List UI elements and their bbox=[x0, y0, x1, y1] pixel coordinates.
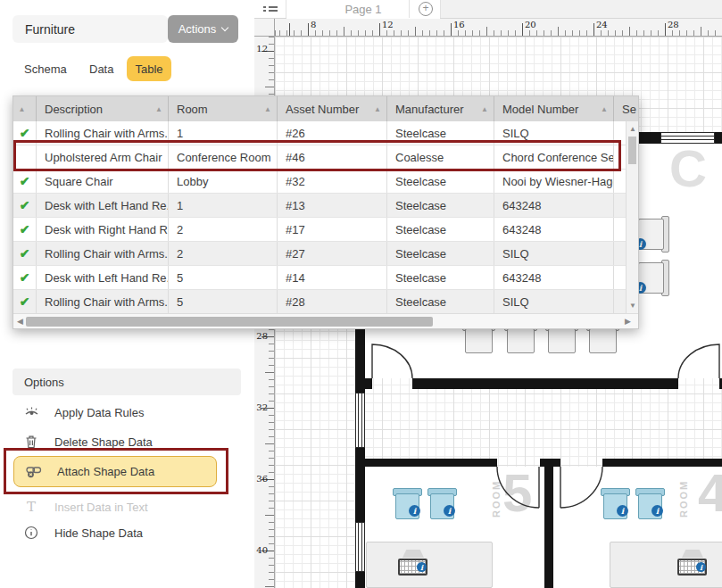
cell-model: 643248 bbox=[494, 194, 614, 217]
cell-manufacturer: Steelcase bbox=[387, 218, 494, 241]
cell-manufacturer: Steelcase bbox=[387, 170, 494, 193]
horizontal-scrollbar-thumb[interactable] bbox=[26, 317, 433, 327]
sort-asc-icon: ▲ bbox=[601, 105, 608, 113]
cell-description: Desk with Right Hand R... bbox=[37, 218, 169, 241]
wall-left-b[interactable] bbox=[355, 448, 365, 522]
ruler-label: 12 bbox=[256, 44, 268, 54]
table-row[interactable]: ✔ Desk with Right Hand R... 2 #17 Steelc… bbox=[13, 218, 627, 242]
check-icon: ✔ bbox=[20, 198, 30, 212]
annotation-box-attach bbox=[4, 448, 228, 494]
cell-description: Desk with Left Hand Re... bbox=[37, 266, 169, 289]
info-badge-icon[interactable]: i bbox=[696, 562, 706, 572]
header-check-column[interactable]: ▲ bbox=[13, 96, 37, 121]
wall-left-c[interactable] bbox=[355, 572, 365, 588]
scroll-right-icon[interactable]: ▶ bbox=[625, 317, 631, 326]
info-badge-icon[interactable]: i bbox=[617, 505, 628, 517]
info-badge-icon[interactable]: i bbox=[417, 562, 427, 572]
tab-data[interactable]: Data bbox=[89, 62, 113, 76]
cell-manufacturer: Steelcase bbox=[387, 266, 494, 289]
wall-corridor-top-stub[interactable] bbox=[365, 378, 372, 389]
check-icon: ✔ bbox=[20, 126, 30, 140]
info-badge-icon[interactable]: i bbox=[444, 505, 455, 517]
actions-label: Actions bbox=[178, 22, 217, 36]
scroll-left-icon[interactable]: ◀ bbox=[17, 317, 23, 326]
table-row[interactable]: ✔ Square Chair Lobby #32 Steelcase Nooi … bbox=[13, 170, 627, 194]
actions-button[interactable]: Actions bbox=[168, 15, 238, 43]
dataset-name: Furniture bbox=[25, 22, 75, 37]
header-manufacturer[interactable]: Manufacturer▲ bbox=[387, 96, 494, 121]
room-5-word[interactable]: ROOM bbox=[491, 476, 502, 518]
ruler-label: 32 bbox=[256, 402, 268, 412]
ruler-label: 36 bbox=[256, 474, 268, 484]
check-icon: ✔ bbox=[20, 222, 30, 236]
info-glyph: i bbox=[656, 507, 659, 516]
menu-item-label: Apply Data Rules bbox=[54, 406, 144, 419]
wall-top-right-b[interactable] bbox=[715, 132, 722, 144]
page-tab-label: Page 1 bbox=[344, 3, 381, 16]
cell-asset: #28 bbox=[278, 290, 387, 313]
dataset-name-field[interactable]: Furniture bbox=[12, 15, 168, 43]
cell-description: Rolling Chair with Arms... bbox=[37, 290, 169, 313]
info-glyph: i bbox=[621, 507, 624, 516]
menu-item-label: Delete Shape Data bbox=[54, 435, 153, 449]
info-badge-icon[interactable]: i bbox=[651, 505, 663, 517]
cell-asset: #17 bbox=[278, 218, 387, 241]
info-glyph: i bbox=[413, 507, 416, 516]
cell-asset: #32 bbox=[278, 170, 387, 193]
info-badge-icon[interactable]: i bbox=[409, 505, 420, 517]
add-page-button[interactable]: + bbox=[419, 2, 433, 16]
table-row[interactable]: ✔ Desk with Left Hand Re... 5 #14 Steelc… bbox=[13, 266, 627, 290]
table-row[interactable]: ✔ Rolling Chair with Arms... 5 #28 Steel… bbox=[13, 290, 627, 314]
header-description[interactable]: Description▲ bbox=[37, 96, 169, 121]
header-room[interactable]: Room▲ bbox=[169, 96, 278, 121]
cell-description: Square Chair bbox=[37, 170, 169, 193]
header-model-number[interactable]: Model Number▲ bbox=[494, 96, 614, 121]
page-tab[interactable]: Page 1 bbox=[286, 0, 440, 19]
menu-item-label: Hide Shape Data bbox=[54, 526, 143, 540]
tab-schema[interactable]: Schema bbox=[24, 62, 67, 76]
menu-item-insert-data-in-text[interactable]: T Insert Data in Text bbox=[12, 496, 241, 518]
header-serial[interactable]: Se bbox=[614, 96, 627, 121]
menu-item-apply-data-rules[interactable]: Apply Data Rules bbox=[12, 402, 241, 423]
table-row[interactable]: ✔ Rolling Chair with Arms... 2 #27 Steel… bbox=[13, 242, 627, 266]
window-left-upper[interactable] bbox=[355, 393, 365, 448]
info-circle-icon bbox=[23, 526, 39, 540]
vertical-scrollbar-thumb[interactable] bbox=[628, 137, 636, 164]
tab-table[interactable]: Table bbox=[127, 56, 171, 81]
wall-room-divider[interactable] bbox=[544, 459, 553, 588]
zone-label[interactable]: C bbox=[669, 138, 707, 198]
room-4-word[interactable]: ROOM bbox=[678, 476, 689, 518]
window-left-lower[interactable] bbox=[355, 522, 365, 572]
ruler-label: 20 bbox=[525, 20, 536, 29]
cell-model: 643248 bbox=[494, 218, 614, 241]
ruler-label: 24 bbox=[596, 20, 608, 29]
room-4-number[interactable]: 4 bbox=[698, 469, 722, 518]
ruler-label: 16 bbox=[453, 20, 465, 29]
sort-asc-icon: ▲ bbox=[481, 105, 488, 113]
check-icon: ✔ bbox=[20, 246, 30, 261]
room-5-number[interactable]: 5 bbox=[502, 469, 532, 518]
desk-shape[interactable] bbox=[366, 542, 493, 588]
check-icon: ✔ bbox=[20, 174, 30, 188]
scroll-down-icon[interactable]: ▼ bbox=[627, 302, 639, 310]
table-header-row: ▲ Description▲ Room▲ Asset Number▲ Manuf… bbox=[13, 96, 638, 121]
scroll-up-icon[interactable]: ▲ bbox=[627, 125, 639, 133]
cell-room: 5 bbox=[169, 266, 278, 289]
info-glyph: i bbox=[420, 563, 423, 572]
cell-manufacturer: Steelcase bbox=[387, 194, 494, 217]
table-row[interactable]: ✔ Desk with Left Hand Re... 1 #13 Steelc… bbox=[13, 194, 627, 218]
page-tab-bar: Page 1 + bbox=[254, 0, 722, 19]
ruler-label: 28 bbox=[668, 20, 679, 29]
header-asset-number[interactable]: Asset Number▲ bbox=[278, 96, 387, 121]
cell-asset: #27 bbox=[278, 242, 387, 265]
sort-asc-icon: ▲ bbox=[264, 105, 271, 113]
wall-corridor-top[interactable] bbox=[412, 378, 678, 389]
horizontal-ruler: 8 12 16 20 24 28 bbox=[275, 19, 722, 37]
wall-rooms-top-a[interactable] bbox=[365, 459, 497, 467]
sort-asc-icon: ▲ bbox=[374, 105, 381, 113]
menu-item-hide-shape-data[interactable]: Hide Shape Data bbox=[12, 522, 241, 543]
wall-left-a[interactable] bbox=[355, 327, 365, 393]
page-list-icon[interactable] bbox=[263, 4, 278, 15]
menu-item-label: Insert Data in Text bbox=[54, 501, 148, 514]
data-table-popup: ▲ Description▲ Room▲ Asset Number▲ Manuf… bbox=[12, 95, 639, 329]
